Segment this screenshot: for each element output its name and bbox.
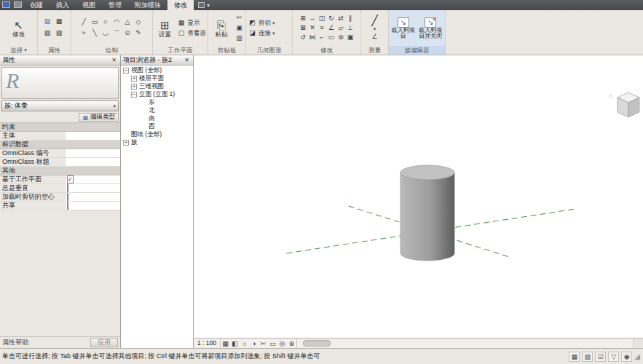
mirror-icon[interactable]: ⇄: [336, 14, 346, 23]
draw-polygon-icon[interactable]: △: [123, 17, 133, 27]
draw-line-icon[interactable]: ╱: [79, 17, 89, 27]
visual-style-icon[interactable]: ◧: [230, 340, 240, 347]
join-geometry-button[interactable]: ◪ 连接 ▾: [248, 28, 275, 38]
resize-grip-icon[interactable]: ◢: [634, 352, 641, 360]
quick-access-icon[interactable]: [14, 1, 22, 8]
tree-item-sheets[interactable]: 图纸 (全部): [121, 130, 193, 138]
property-value-field[interactable]: [66, 158, 120, 166]
join-unjoin-icon[interactable]: ⋈: [308, 33, 317, 42]
tree-item-west[interactable]: 西: [121, 122, 193, 130]
family-parameters-icon[interactable]: ▨: [55, 28, 64, 38]
view-canvas[interactable]: ⌂: [194, 55, 643, 338]
apply-button[interactable]: 应用: [90, 338, 118, 347]
editable-only-icon[interactable]: ☑: [595, 352, 606, 362]
tree-item-floor-plans[interactable]: +楼层平面: [121, 74, 193, 82]
tab-manage[interactable]: 管理: [102, 0, 128, 10]
ribbon-display-toggle[interactable]: ▾: [194, 0, 214, 10]
checkbox-unchecked[interactable]: [67, 193, 68, 201]
tab-view[interactable]: 视图: [76, 0, 102, 10]
paste-button[interactable]: ⎘ 粘贴: [210, 19, 233, 38]
checkbox-unchecked[interactable]: [67, 202, 68, 210]
tree-expander-icon[interactable]: −: [131, 92, 137, 98]
paint-icon[interactable]: ▭: [327, 33, 336, 42]
mass-cylinder-top-face[interactable]: [401, 165, 454, 180]
viewcube[interactable]: ⌂: [609, 92, 639, 117]
move-icon[interactable]: ↔: [308, 14, 317, 23]
draw-arc2-icon[interactable]: ◡: [101, 28, 111, 38]
type-selector-dropdown[interactable]: 族: 体量 ▾: [1, 100, 119, 111]
tree-item-east[interactable]: 东: [121, 98, 193, 106]
edit-type-button[interactable]: ▦ 编辑类型: [79, 113, 119, 122]
show-workplane-button[interactable]: ▦ 显示: [177, 18, 207, 28]
pin-icon[interactable]: ⊥: [346, 23, 355, 33]
draw-arc-icon[interactable]: ◠: [112, 17, 122, 27]
tree-item-south[interactable]: 南: [121, 114, 193, 122]
group-header-identity[interactable]: 标识数据: [0, 141, 120, 149]
modify-tool-button[interactable]: ↖ 修改: [7, 19, 31, 38]
draw-inscribed-polygon-icon[interactable]: ◇: [134, 17, 143, 27]
cut-geometry-button[interactable]: ◩ 剪切 ▾: [248, 18, 275, 28]
properties-header[interactable]: 属性 ✕: [0, 55, 120, 66]
cut-scissors-icon[interactable]: ✂: [234, 13, 244, 23]
worksets-icon[interactable]: ▦: [569, 352, 580, 362]
array-icon[interactable]: ∥: [346, 14, 355, 23]
checkbox-checked[interactable]: ✓: [67, 175, 74, 183]
rotate-icon[interactable]: ↻: [327, 14, 336, 23]
view-scale-button[interactable]: 1 : 100: [194, 339, 221, 348]
reveal-hidden-icon[interactable]: ⊕: [287, 340, 296, 347]
viewer-button[interactable]: ▢ 查看器: [177, 28, 207, 38]
load-into-project-close-button[interactable]: ↘ ✕ 载入到项目并关闭: [418, 17, 444, 39]
properties-palette-icon[interactable]: ▤: [43, 17, 52, 26]
draw-fillet-arc-icon[interactable]: ⌒: [112, 28, 122, 38]
close-icon[interactable]: ✕: [110, 57, 118, 63]
mass-cylinder-body[interactable]: [401, 173, 454, 261]
offset-icon[interactable]: ≡: [317, 23, 327, 33]
properties-help-link[interactable]: 属性帮助: [2, 338, 28, 347]
temporary-hide-icon[interactable]: ◎: [277, 340, 287, 347]
horizontal-scrollbar[interactable]: [296, 339, 633, 348]
delete-icon[interactable]: ✕: [308, 23, 317, 33]
tab-modify[interactable]: 修改: [167, 0, 194, 10]
split-face-icon[interactable]: ⌐: [317, 33, 327, 42]
demolish-icon[interactable]: ⊚: [336, 33, 346, 42]
draw-rectangle-icon[interactable]: ▭: [90, 17, 100, 27]
tree-item-families[interactable]: +族: [121, 138, 193, 146]
checkbox-unchecked[interactable]: [67, 184, 68, 192]
filter-funnel-icon[interactable]: ▽: [608, 352, 619, 362]
project-browser-header[interactable]: 项目浏览器 - 族2 ✕: [121, 55, 193, 66]
aligned-dimension-icon[interactable]: ∠: [370, 32, 379, 41]
measure-ruler-icon[interactable]: ╱: [371, 15, 377, 26]
crop-view-icon[interactable]: ✂: [259, 340, 268, 347]
tab-create[interactable]: 创建: [23, 0, 50, 10]
chevron-down-icon[interactable]: ▾: [374, 26, 376, 32]
match-properties-icon[interactable]: ▥: [234, 33, 244, 43]
detail-level-icon[interactable]: ▦: [221, 340, 230, 347]
tree-expander-icon[interactable]: +: [123, 140, 129, 146]
scale-icon[interactable]: ⊠: [299, 23, 308, 33]
scrollbar-thumb[interactable]: [303, 340, 331, 347]
application-menu-icon[interactable]: [2, 1, 10, 8]
tree-expander-icon[interactable]: +: [131, 84, 137, 90]
group-header-constraints[interactable]: 约束: [0, 123, 120, 132]
family-types-icon[interactable]: ▧: [43, 28, 52, 38]
draw-line2-icon[interactable]: ╲: [90, 28, 100, 38]
load-into-project-button[interactable]: ↘ 载入到项目: [390, 17, 417, 39]
edit-profile-icon[interactable]: ▣: [346, 33, 355, 42]
tree-item-elevations[interactable]: −立面 (立面 1): [121, 90, 193, 98]
tree-item-north[interactable]: 北: [121, 106, 193, 114]
align-icon[interactable]: ⊞: [299, 14, 308, 23]
set-workplane-button[interactable]: ⊞ 设置: [154, 19, 175, 38]
tree-expander-icon[interactable]: −: [123, 68, 129, 74]
tree-item-3d-views[interactable]: +三维视图: [121, 82, 193, 90]
tab-addins[interactable]: 附加模块: [128, 0, 167, 10]
draw-pick-line-icon[interactable]: ✎: [134, 28, 143, 38]
copy-icon[interactable]: ◫: [317, 14, 327, 23]
property-value-field[interactable]: [66, 149, 120, 157]
close-icon[interactable]: ✕: [183, 57, 191, 63]
draw-spline-icon[interactable]: ≈: [79, 28, 89, 38]
unpin-icon[interactable]: ↺: [299, 33, 308, 42]
crop-region-icon[interactable]: ▭: [268, 340, 277, 347]
family-category-icon[interactable]: ▦: [55, 17, 64, 26]
draw-circle-icon[interactable]: ○: [101, 17, 111, 27]
tab-insert[interactable]: 插入: [50, 0, 76, 10]
